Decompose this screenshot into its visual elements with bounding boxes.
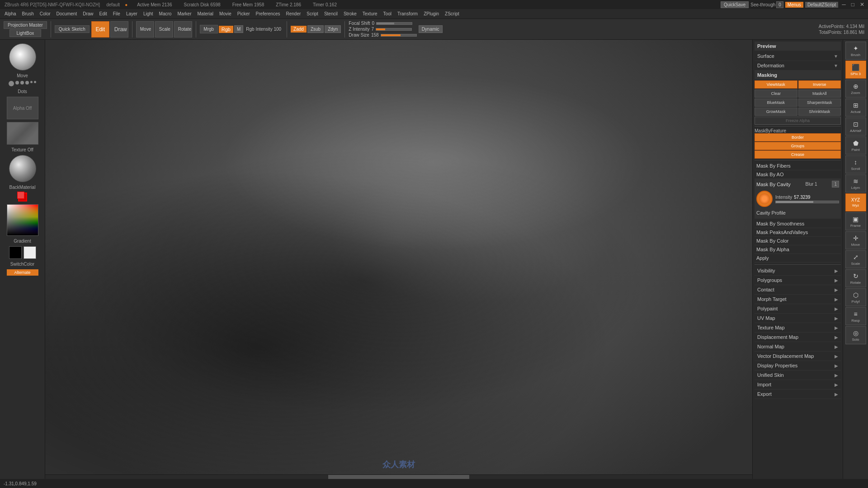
move-button[interactable]: Move [136, 21, 154, 38]
zsub-button[interactable]: Zsub [307, 25, 324, 33]
shrinkmask-button[interactable]: ShrinkMask [798, 108, 841, 116]
ldym-icon-btn[interactable]: ≋ Ldym [845, 174, 866, 192]
menu-file[interactable]: File [110, 10, 123, 17]
menu-zscript[interactable]: ZScript [442, 10, 462, 17]
blur-value[interactable]: 1 [832, 181, 839, 188]
menu-stroke[interactable]: Stroke [341, 10, 359, 17]
actual-icon-btn[interactable]: ⊞ Actual [845, 99, 866, 117]
maximize-button[interactable]: □ [849, 1, 856, 8]
spix-icon-btn[interactable]: ⬛ SPix 3 [845, 61, 866, 79]
menus-button[interactable]: Menus [785, 2, 803, 8]
apply-item[interactable]: Apply [755, 254, 841, 263]
display-properties-item[interactable]: Display Properties ▶ [755, 361, 841, 371]
mrgb-button[interactable]: Mrgb [200, 25, 218, 33]
preview-header[interactable]: Preview [755, 42, 841, 51]
texture-preview[interactable] [7, 122, 38, 145]
mask-by-fibers-item[interactable]: Mask By Fibers [755, 162, 841, 170]
projection-master-button[interactable]: Projection Master [4, 21, 47, 29]
sharpenmask-button[interactable]: SharpenMask [798, 99, 841, 107]
contact-item[interactable]: Contact ▶ [755, 285, 841, 295]
defaultzscript-button[interactable]: DefaultZScript [805, 2, 838, 8]
dynamic-button[interactable]: Dynamic [419, 25, 443, 33]
mask-by-color-item[interactable]: Mask By Color [755, 237, 841, 245]
zoom-icon-btn[interactable]: ⊕ Zoom [845, 80, 866, 98]
move-icon-btn[interactable]: ✛ Move [845, 231, 866, 249]
brush-preview[interactable] [9, 43, 36, 70]
polyf-icon-btn[interactable]: ⬡ Polyf [845, 288, 866, 306]
cavity-icon-button[interactable] [756, 191, 773, 207]
groups-button[interactable]: Groups [755, 142, 841, 150]
surface-item[interactable]: Surface ▼ [755, 52, 841, 61]
quick-sketch-button[interactable]: Quick Sketch [55, 25, 90, 33]
rotate-button[interactable]: Rotate [174, 21, 192, 38]
m-button[interactable]: M [234, 25, 243, 33]
intensity-slider[interactable] [775, 201, 839, 203]
menu-brush[interactable]: Brush [19, 10, 37, 17]
menu-layer[interactable]: Layer [123, 10, 140, 17]
export-item[interactable]: Export ▶ [755, 389, 841, 399]
menu-preferences[interactable]: Preferences [253, 10, 283, 17]
alpha-preview[interactable]: Alpha Off [7, 97, 38, 119]
menu-zplugin[interactable]: ZPlugin [421, 10, 442, 17]
masking-header[interactable]: Masking [755, 70, 841, 80]
morph-target-item[interactable]: Morph Target ▶ [755, 295, 841, 304]
scale-icon-btn[interactable]: ⤢ Scale [845, 250, 866, 268]
scale-button[interactable]: Scale [155, 21, 173, 38]
edit-button[interactable]: Edit [91, 21, 109, 38]
solo-icon-btn[interactable]: ◎ Solo [845, 326, 866, 344]
menu-stencil[interactable]: Stencil [321, 10, 340, 17]
uv-map-item[interactable]: UV Map ▶ [755, 314, 841, 323]
focal-shift-slider[interactable] [376, 22, 412, 25]
crease-button[interactable]: Crease [755, 150, 841, 159]
menu-draw[interactable]: Draw [80, 10, 96, 17]
stroke-pattern[interactable] [7, 81, 38, 86]
main-canvas[interactable]: 众人素材 [45, 40, 752, 479]
menu-edit[interactable]: Edit [97, 10, 110, 17]
polygroups-item[interactable]: Polygroups ▶ [755, 276, 841, 285]
menu-transform[interactable]: Transform [395, 10, 420, 17]
quicksave-button[interactable]: QuickSave [721, 1, 749, 8]
see-through-value[interactable]: 0 [776, 1, 783, 8]
cavity-profile-item[interactable]: Cavity Profile [756, 209, 839, 217]
mask-peaks-valleys-item[interactable]: Mask PeaksAndValleys [755, 228, 841, 237]
border-button[interactable]: Border [755, 133, 841, 141]
draw-size-slider[interactable] [381, 34, 417, 37]
draw-button[interactable]: Draw [110, 21, 128, 38]
bluemask-button[interactable]: BlueMask [755, 99, 797, 107]
color-picker[interactable] [7, 204, 38, 236]
menu-movie[interactable]: Movie [217, 10, 234, 17]
menu-macro[interactable]: Macro [156, 10, 175, 17]
deformation-item[interactable]: Deformation ▼ [755, 61, 841, 70]
menu-tool[interactable]: Tool [381, 10, 394, 17]
zadd-button[interactable]: Zadd [291, 26, 307, 33]
menu-material[interactable]: Material [195, 10, 217, 17]
polypaint-item[interactable]: Polypaint ▶ [755, 304, 841, 314]
growmask-button[interactable]: GrowMask [755, 108, 797, 116]
horizontal-scrollbar[interactable] [45, 474, 752, 479]
wyz-icon-btn[interactable]: XYZ Wyz [845, 193, 866, 211]
unified-skin-item[interactable]: Unified Skin ▶ [755, 371, 841, 380]
import-item[interactable]: Import ▶ [755, 380, 841, 389]
lightbox-button[interactable]: LightBox [9, 29, 41, 37]
mask-by-ao-item[interactable]: Mask By AO [755, 170, 841, 179]
menu-alpha[interactable]: Alpha [2, 10, 19, 17]
vector-displacement-map-item[interactable]: Vector Displacement Map ▶ [755, 352, 841, 361]
material-preview[interactable] [9, 155, 36, 182]
gradient-white-swatch[interactable] [24, 246, 36, 259]
gradient-black-swatch[interactable] [9, 246, 22, 259]
visibility-item[interactable]: Visibility ▶ [755, 266, 841, 276]
paint-icon-btn[interactable]: ⬟ Paint [845, 136, 866, 155]
foreground-color[interactable] [18, 192, 27, 202]
menu-color[interactable]: Color [37, 10, 53, 17]
rasp-icon-btn[interactable]: ≡ Rasp [845, 307, 866, 325]
menu-script[interactable]: Script [304, 10, 321, 17]
menu-light[interactable]: Light [141, 10, 156, 17]
menu-document[interactable]: Document [54, 10, 80, 17]
alternate-button[interactable]: Alternate [7, 269, 38, 276]
scroll-icon-btn[interactable]: ↕ Scroll [845, 155, 866, 174]
clear-button[interactable]: Clear [755, 89, 797, 98]
mask-by-smoothness-item[interactable]: Mask By Smoothness [755, 220, 841, 228]
inverse-button[interactable]: Inverse [798, 80, 841, 89]
rgb-button[interactable]: Rgb [219, 26, 233, 33]
brush-icon-btn[interactable]: ✦ Brush [845, 42, 866, 60]
